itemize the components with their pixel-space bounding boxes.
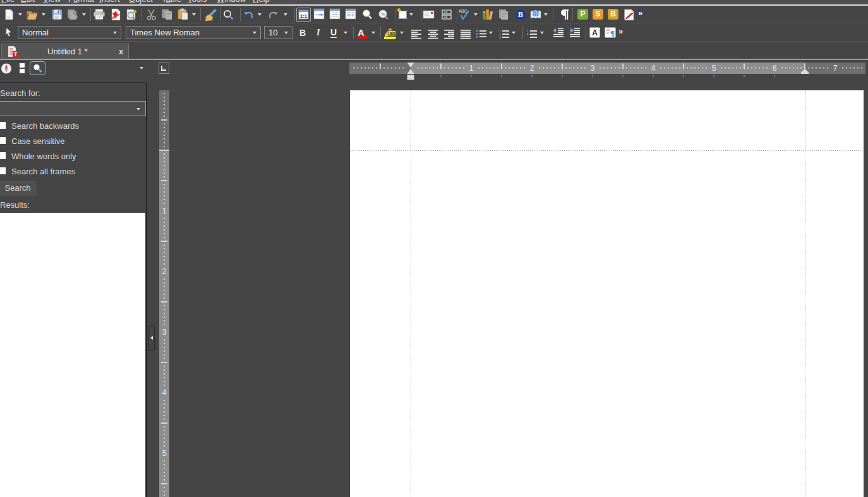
svg-text:1:1: 1:1 <box>300 13 308 19</box>
svg-text:ABC: ABC <box>459 9 467 13</box>
svg-text:ab: ab <box>390 30 395 36</box>
svg-text:%: % <box>381 11 385 17</box>
svg-text:3: 3 <box>162 328 167 337</box>
svg-text:T: T <box>14 51 18 57</box>
svg-text:4: 4 <box>162 388 167 397</box>
svg-text:6: 6 <box>773 64 777 73</box>
svg-text:2: 2 <box>530 64 534 73</box>
svg-text:3: 3 <box>591 64 595 73</box>
svg-text:4: 4 <box>651 64 656 73</box>
svg-text:1: 1 <box>162 207 167 215</box>
svg-text:¶: ¶ <box>610 28 615 38</box>
svg-text:5: 5 <box>712 64 716 73</box>
svg-text:3: 3 <box>499 35 501 39</box>
svg-text:B: B <box>518 10 523 19</box>
svg-text:5: 5 <box>162 449 167 458</box>
svg-text:7: 7 <box>833 64 838 73</box>
svg-text:A: A <box>592 28 598 37</box>
svg-text:1: 1 <box>469 64 474 73</box>
svg-text:1: 1 <box>527 29 529 33</box>
svg-text:2: 2 <box>162 267 167 276</box>
